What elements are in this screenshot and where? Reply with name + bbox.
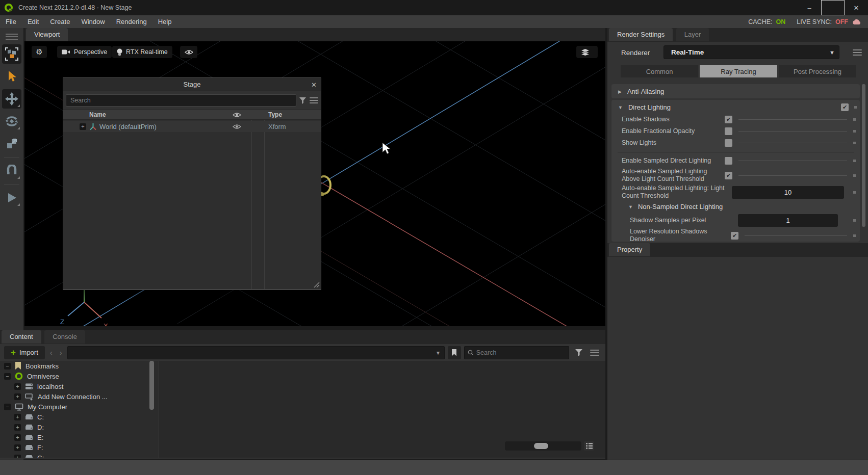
visibility-column-icon[interactable] — [233, 112, 241, 118]
thumbnail-size-slider[interactable] — [505, 441, 581, 451]
tab-layer[interactable]: Layer — [676, 28, 709, 41]
chevron-down-icon[interactable]: ▼ — [436, 350, 441, 356]
stage-title-bar[interactable]: Stage ✕ — [63, 78, 321, 91]
expand-icon[interactable]: + — [14, 383, 21, 390]
collapse-icon[interactable]: − — [4, 404, 11, 410]
tree-item-omniverse[interactable]: − Omniverse — [0, 371, 158, 381]
content-tree: − Bookmarks − Omniverse + localhost + — [0, 361, 158, 458]
renderer-selector-button[interactable]: RTX Real-time — [112, 46, 172, 58]
property-tab-strip: Property — [607, 243, 868, 257]
drive-icon — [25, 444, 33, 451]
scale-tool-button[interactable] — [2, 134, 21, 153]
grid-view-button[interactable] — [584, 441, 594, 451]
subtab-post-processing[interactable]: Post Processing — [779, 65, 856, 77]
resize-grip[interactable] — [314, 282, 320, 288]
content-options-icon[interactable] — [590, 348, 599, 357]
rotate-tool-button[interactable] — [2, 112, 21, 131]
menu-edit[interactable]: Edit — [22, 15, 44, 28]
tree-item-drive-e[interactable]: + E: — [0, 432, 158, 442]
show-lights-checkbox[interactable] — [725, 139, 732, 147]
snap-tool-button[interactable] — [2, 161, 21, 180]
tree-scrollbar[interactable] — [149, 361, 154, 410]
collapse-icon[interactable]: − — [4, 373, 11, 380]
tab-property[interactable]: Property — [609, 243, 650, 256]
expand-icon[interactable]: + — [14, 424, 21, 431]
stage-close-button[interactable]: ✕ — [311, 78, 317, 91]
subsection-non-sampled[interactable]: ▼ Non-Sampled Direct Lighting — [611, 200, 860, 213]
expand-icon[interactable]: + — [14, 434, 21, 441]
tab-viewport[interactable]: Viewport — [26, 28, 68, 41]
prim-name[interactable]: World (defaultPrim) — [99, 123, 157, 130]
tree-item-drive-f[interactable]: + F: — [0, 442, 158, 453]
expand-icon[interactable]: + — [14, 414, 21, 420]
expand-icon[interactable]: + — [14, 444, 21, 451]
forward-button[interactable]: › — [58, 348, 64, 357]
menu-window[interactable]: Window — [75, 15, 110, 28]
renderer-options-icon[interactable] — [853, 48, 862, 57]
column-type[interactable]: Type — [268, 111, 282, 118]
auto-enable-sampled-lighting-checkbox[interactable] — [725, 172, 732, 179]
tab-render-settings[interactable]: Render Settings — [609, 28, 673, 41]
back-button[interactable]: ‹ — [48, 348, 55, 357]
play-button[interactable] — [2, 188, 21, 207]
expand-icon[interactable]: + — [14, 455, 21, 458]
light-count-threshold-field[interactable]: 10 — [732, 186, 844, 199]
filter-icon[interactable] — [299, 97, 307, 104]
renderer-dropdown[interactable]: Real-Time ▼ — [663, 45, 839, 59]
subtab-common[interactable]: Common — [621, 65, 698, 77]
lower-res-shadows-denoiser-checkbox[interactable] — [731, 232, 738, 240]
stage-row-world[interactable]: + World (defaultPrim) Xform — [63, 121, 321, 132]
menu-create[interactable]: Create — [44, 15, 75, 28]
tree-item-localhost[interactable]: + localhost — [0, 381, 158, 391]
root-layer-button[interactable] — [576, 46, 598, 58]
stage-options-icon[interactable] — [310, 96, 318, 105]
tab-content[interactable]: Content — [2, 330, 41, 344]
section-anti-aliasing[interactable]: ▶ Anti-Aliasing — [611, 84, 860, 98]
enable-sampled-direct-lighting-checkbox[interactable] — [725, 157, 732, 165]
menu-file[interactable]: File — [0, 15, 22, 28]
direct-lighting-checkbox[interactable] — [841, 103, 849, 111]
maximize-button[interactable] — [821, 0, 845, 15]
stage-search-input[interactable] — [66, 94, 296, 107]
expanded-arrow-icon[interactable]: ▼ — [618, 105, 623, 110]
select-tool-button[interactable] — [2, 67, 21, 86]
drive-icon — [25, 424, 33, 430]
content-search-input[interactable] — [476, 349, 558, 356]
tree-item-drive-g[interactable]: + G: — [0, 453, 158, 458]
move-tool-button[interactable] — [2, 89, 21, 109]
toolbar-drag-handle[interactable] — [6, 32, 18, 41]
tab-console[interactable]: Console — [44, 330, 85, 344]
enable-shadows-checkbox[interactable] — [725, 116, 732, 123]
tree-item-my-computer[interactable]: − My Computer — [0, 402, 158, 412]
path-input[interactable]: ▼ — [67, 346, 445, 359]
row-visibility-icon[interactable] — [233, 124, 241, 129]
column-name[interactable]: Name — [89, 111, 106, 118]
viewport-settings-button[interactable]: ⚙ — [32, 46, 47, 58]
menu-help[interactable]: Help — [152, 15, 177, 28]
subtab-ray-tracing[interactable]: Ray Tracing — [700, 65, 777, 77]
filter-icon[interactable] — [575, 349, 583, 356]
shadow-samples-field[interactable]: 1 — [738, 214, 838, 227]
tree-item-add-connection[interactable]: + Add New Connection ... — [0, 391, 158, 402]
selection-mode-button[interactable] — [2, 44, 21, 64]
tree-item-drive-d[interactable]: + D: — [0, 422, 158, 432]
visibility-button[interactable] — [180, 46, 197, 58]
expand-icon[interactable]: + — [80, 123, 86, 130]
file-grid-pane[interactable] — [159, 361, 605, 458]
close-button[interactable]: ✕ — [845, 0, 868, 15]
menu-rendering[interactable]: Rendering — [111, 15, 152, 28]
import-button[interactable]: + Import — [4, 346, 45, 359]
camera-selector-button[interactable]: Perspective — [57, 46, 112, 58]
tree-item-bookmarks[interactable]: − Bookmarks — [0, 361, 158, 371]
toolbar-separator — [4, 184, 19, 185]
minimize-button[interactable]: – — [798, 0, 821, 15]
expand-icon[interactable]: + — [14, 393, 21, 400]
render-settings-scrollbar[interactable] — [862, 84, 865, 227]
enable-fractional-opacity-checkbox[interactable] — [725, 127, 732, 135]
tree-item-drive-c[interactable]: + C: — [0, 412, 158, 422]
collapse-icon[interactable]: − — [4, 363, 11, 370]
collapsed-arrow-icon[interactable]: ▶ — [618, 89, 622, 94]
bookmark-button[interactable] — [448, 346, 461, 359]
slider-knob[interactable] — [534, 443, 548, 449]
tree-label: E: — [37, 434, 43, 441]
